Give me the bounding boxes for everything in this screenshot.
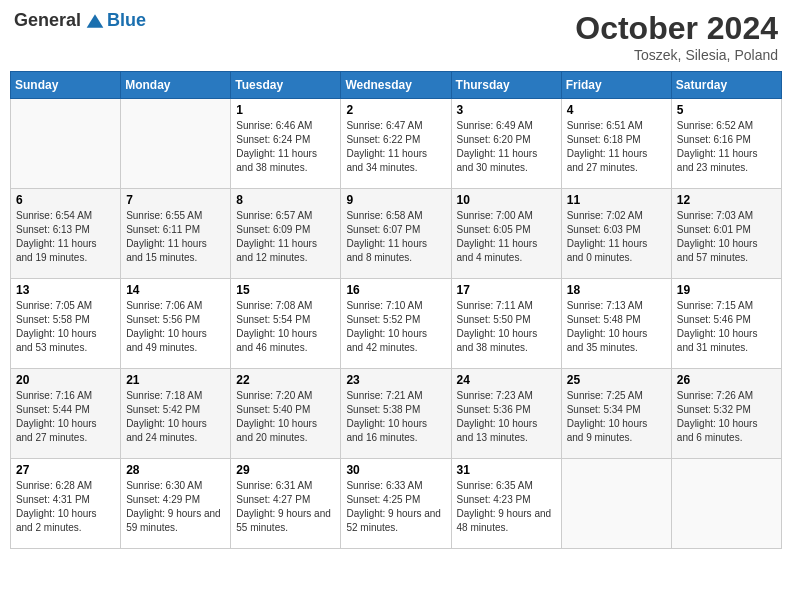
calendar-cell: 18Sunrise: 7:13 AM Sunset: 5:48 PM Dayli… (561, 279, 671, 369)
day-number: 13 (16, 283, 115, 297)
day-detail: Sunrise: 7:21 AM Sunset: 5:38 PM Dayligh… (346, 389, 445, 445)
day-detail: Sunrise: 7:25 AM Sunset: 5:34 PM Dayligh… (567, 389, 666, 445)
day-number: 22 (236, 373, 335, 387)
day-detail: Sunrise: 7:20 AM Sunset: 5:40 PM Dayligh… (236, 389, 335, 445)
calendar-table: Sunday Monday Tuesday Wednesday Thursday… (10, 71, 782, 549)
day-detail: Sunrise: 6:47 AM Sunset: 6:22 PM Dayligh… (346, 119, 445, 175)
calendar-cell: 17Sunrise: 7:11 AM Sunset: 5:50 PM Dayli… (451, 279, 561, 369)
day-detail: Sunrise: 7:11 AM Sunset: 5:50 PM Dayligh… (457, 299, 556, 355)
day-number: 28 (126, 463, 225, 477)
week-row-3: 13Sunrise: 7:05 AM Sunset: 5:58 PM Dayli… (11, 279, 782, 369)
day-number: 6 (16, 193, 115, 207)
calendar-cell: 19Sunrise: 7:15 AM Sunset: 5:46 PM Dayli… (671, 279, 781, 369)
calendar-cell: 20Sunrise: 7:16 AM Sunset: 5:44 PM Dayli… (11, 369, 121, 459)
calendar-cell (121, 99, 231, 189)
calendar-cell: 4Sunrise: 6:51 AM Sunset: 6:18 PM Daylig… (561, 99, 671, 189)
col-saturday: Saturday (671, 72, 781, 99)
day-number: 24 (457, 373, 556, 387)
calendar-cell (561, 459, 671, 549)
day-detail: Sunrise: 7:03 AM Sunset: 6:01 PM Dayligh… (677, 209, 776, 265)
day-detail: Sunrise: 6:35 AM Sunset: 4:23 PM Dayligh… (457, 479, 556, 535)
day-detail: Sunrise: 7:10 AM Sunset: 5:52 PM Dayligh… (346, 299, 445, 355)
day-number: 11 (567, 193, 666, 207)
day-number: 5 (677, 103, 776, 117)
day-number: 15 (236, 283, 335, 297)
day-number: 20 (16, 373, 115, 387)
logo-blue-text: Blue (107, 10, 146, 31)
calendar-cell: 31Sunrise: 6:35 AM Sunset: 4:23 PM Dayli… (451, 459, 561, 549)
day-number: 19 (677, 283, 776, 297)
col-monday: Monday (121, 72, 231, 99)
day-detail: Sunrise: 6:31 AM Sunset: 4:27 PM Dayligh… (236, 479, 335, 535)
day-number: 9 (346, 193, 445, 207)
day-detail: Sunrise: 6:57 AM Sunset: 6:09 PM Dayligh… (236, 209, 335, 265)
calendar-cell: 6Sunrise: 6:54 AM Sunset: 6:13 PM Daylig… (11, 189, 121, 279)
calendar-cell: 3Sunrise: 6:49 AM Sunset: 6:20 PM Daylig… (451, 99, 561, 189)
week-row-1: 1Sunrise: 6:46 AM Sunset: 6:24 PM Daylig… (11, 99, 782, 189)
calendar-cell: 25Sunrise: 7:25 AM Sunset: 5:34 PM Dayli… (561, 369, 671, 459)
day-detail: Sunrise: 7:02 AM Sunset: 6:03 PM Dayligh… (567, 209, 666, 265)
day-number: 16 (346, 283, 445, 297)
day-detail: Sunrise: 6:55 AM Sunset: 6:11 PM Dayligh… (126, 209, 225, 265)
day-number: 8 (236, 193, 335, 207)
day-number: 18 (567, 283, 666, 297)
day-detail: Sunrise: 6:30 AM Sunset: 4:29 PM Dayligh… (126, 479, 225, 535)
day-number: 7 (126, 193, 225, 207)
day-number: 1 (236, 103, 335, 117)
day-detail: Sunrise: 7:26 AM Sunset: 5:32 PM Dayligh… (677, 389, 776, 445)
day-number: 31 (457, 463, 556, 477)
day-number: 27 (16, 463, 115, 477)
calendar-cell: 13Sunrise: 7:05 AM Sunset: 5:58 PM Dayli… (11, 279, 121, 369)
day-detail: Sunrise: 6:33 AM Sunset: 4:25 PM Dayligh… (346, 479, 445, 535)
day-detail: Sunrise: 6:51 AM Sunset: 6:18 PM Dayligh… (567, 119, 666, 175)
day-detail: Sunrise: 7:15 AM Sunset: 5:46 PM Dayligh… (677, 299, 776, 355)
calendar-cell: 7Sunrise: 6:55 AM Sunset: 6:11 PM Daylig… (121, 189, 231, 279)
calendar-cell: 24Sunrise: 7:23 AM Sunset: 5:36 PM Dayli… (451, 369, 561, 459)
day-number: 21 (126, 373, 225, 387)
day-number: 26 (677, 373, 776, 387)
day-number: 3 (457, 103, 556, 117)
week-row-4: 20Sunrise: 7:16 AM Sunset: 5:44 PM Dayli… (11, 369, 782, 459)
day-number: 2 (346, 103, 445, 117)
calendar-cell: 21Sunrise: 7:18 AM Sunset: 5:42 PM Dayli… (121, 369, 231, 459)
day-detail: Sunrise: 6:54 AM Sunset: 6:13 PM Dayligh… (16, 209, 115, 265)
day-number: 17 (457, 283, 556, 297)
calendar-cell: 15Sunrise: 7:08 AM Sunset: 5:54 PM Dayli… (231, 279, 341, 369)
calendar-cell (11, 99, 121, 189)
title-block: October 2024 Toszek, Silesia, Poland (575, 10, 778, 63)
day-number: 14 (126, 283, 225, 297)
logo-general-text: General (14, 10, 81, 31)
calendar-cell: 30Sunrise: 6:33 AM Sunset: 4:25 PM Dayli… (341, 459, 451, 549)
day-detail: Sunrise: 6:58 AM Sunset: 6:07 PM Dayligh… (346, 209, 445, 265)
day-number: 12 (677, 193, 776, 207)
calendar-cell: 23Sunrise: 7:21 AM Sunset: 5:38 PM Dayli… (341, 369, 451, 459)
day-detail: Sunrise: 7:16 AM Sunset: 5:44 PM Dayligh… (16, 389, 115, 445)
day-detail: Sunrise: 7:00 AM Sunset: 6:05 PM Dayligh… (457, 209, 556, 265)
day-detail: Sunrise: 7:18 AM Sunset: 5:42 PM Dayligh… (126, 389, 225, 445)
day-number: 23 (346, 373, 445, 387)
day-detail: Sunrise: 7:06 AM Sunset: 5:56 PM Dayligh… (126, 299, 225, 355)
calendar-cell: 14Sunrise: 7:06 AM Sunset: 5:56 PM Dayli… (121, 279, 231, 369)
calendar-cell: 27Sunrise: 6:28 AM Sunset: 4:31 PM Dayli… (11, 459, 121, 549)
calendar-cell: 2Sunrise: 6:47 AM Sunset: 6:22 PM Daylig… (341, 99, 451, 189)
col-sunday: Sunday (11, 72, 121, 99)
page-header: General Blue October 2024 Toszek, Silesi… (10, 10, 782, 63)
calendar-cell: 9Sunrise: 6:58 AM Sunset: 6:07 PM Daylig… (341, 189, 451, 279)
day-detail: Sunrise: 6:52 AM Sunset: 6:16 PM Dayligh… (677, 119, 776, 175)
calendar-header-row: Sunday Monday Tuesday Wednesday Thursday… (11, 72, 782, 99)
calendar-cell: 1Sunrise: 6:46 AM Sunset: 6:24 PM Daylig… (231, 99, 341, 189)
svg-marker-0 (87, 14, 104, 27)
calendar-cell: 10Sunrise: 7:00 AM Sunset: 6:05 PM Dayli… (451, 189, 561, 279)
day-detail: Sunrise: 7:05 AM Sunset: 5:58 PM Dayligh… (16, 299, 115, 355)
day-number: 29 (236, 463, 335, 477)
location: Toszek, Silesia, Poland (575, 47, 778, 63)
calendar-cell: 5Sunrise: 6:52 AM Sunset: 6:16 PM Daylig… (671, 99, 781, 189)
col-tuesday: Tuesday (231, 72, 341, 99)
day-number: 25 (567, 373, 666, 387)
calendar-cell: 22Sunrise: 7:20 AM Sunset: 5:40 PM Dayli… (231, 369, 341, 459)
day-detail: Sunrise: 6:49 AM Sunset: 6:20 PM Dayligh… (457, 119, 556, 175)
col-friday: Friday (561, 72, 671, 99)
logo: General Blue (14, 10, 146, 31)
week-row-2: 6Sunrise: 6:54 AM Sunset: 6:13 PM Daylig… (11, 189, 782, 279)
calendar-cell: 11Sunrise: 7:02 AM Sunset: 6:03 PM Dayli… (561, 189, 671, 279)
